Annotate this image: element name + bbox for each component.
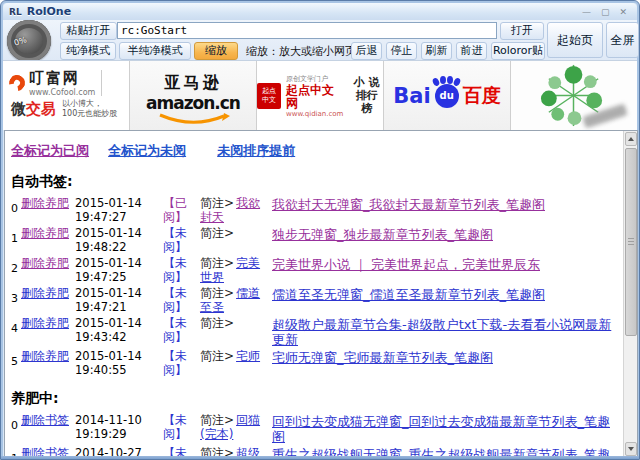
vertical-scrollbar[interactable] [623, 131, 637, 457]
delete-link[interactable]: 删除 [21, 196, 45, 210]
ad-baidu[interactable]: Bai du 百度 [384, 61, 511, 130]
row-date: 2015-01-14 [75, 226, 163, 240]
close-button[interactable]: ✕ [619, 7, 627, 17]
row-date: 2015-01-14 [75, 256, 163, 270]
row-time: 19:47:27 [75, 210, 163, 224]
row-index: 1 [11, 226, 21, 254]
main-link[interactable]: 宅师无弹窗_宅师最新章节列表_笔趣阁 [272, 350, 493, 365]
section-title: 养肥中: [11, 390, 623, 408]
note-label: 简注> [200, 256, 234, 270]
amazon-cn-name: 亚马逊 [130, 73, 256, 94]
delete-link[interactable]: 删除 [21, 413, 45, 427]
cofool-product-prefix: 微 [11, 100, 26, 118]
address-input[interactable] [117, 22, 497, 39]
note-label: 简注> [200, 196, 234, 210]
note-title-link[interactable]: 宅师 [236, 349, 260, 363]
zoom-button[interactable]: 缩放 [194, 42, 238, 60]
tieba-button[interactable]: Roloror贴吧 [491, 42, 545, 60]
progress-knob-label: 0% [13, 35, 28, 47]
row-index: 4 [11, 316, 21, 347]
mark-all-read-link[interactable]: 全标记为已阅 [11, 143, 89, 158]
titlebar[interactable]: RL RolOne — ▢ ✕ [3, 3, 637, 20]
row-time: 19:19:29 [75, 427, 163, 441]
mark-all-unread-link[interactable]: 全标记为未阅 [108, 143, 186, 158]
fullscreen-button[interactable]: 全屏 [606, 22, 639, 58]
main-link[interactable]: 儒道至圣无弹窗_儒道至圣最新章节列表_笔趣阁 [272, 287, 545, 302]
row-datetime: 2015-01-14 19:43:42 [75, 316, 163, 347]
ad-amazon[interactable]: 亚马逊 amazon.cn [130, 61, 257, 130]
keep-link[interactable]: 养肥 [45, 286, 69, 300]
stop-button[interactable]: 停止 [386, 42, 417, 60]
paste-open-button[interactable]: 粘贴打开 [60, 22, 117, 40]
maximize-button[interactable]: ▢ [601, 7, 610, 17]
cofool-site-name: 叮富网 [29, 69, 95, 88]
progress-knob[interactable]: 0% [7, 20, 51, 62]
row-time: 19:47:25 [75, 270, 163, 284]
read-status: 【未阅】 [163, 349, 193, 377]
ad-green-logo[interactable] [511, 61, 637, 130]
cofool-logo-icon [6, 72, 28, 94]
back-button[interactable]: 后退 [351, 42, 382, 60]
forward-button[interactable]: 前进 [456, 42, 487, 60]
bookmark-page: 全标记为已阅 全标记为未阅 未阅排序提前 自动书签: 0 删除 养肥 2015-… [4, 130, 638, 458]
minimize-button[interactable]: — [582, 7, 591, 17]
main-link[interactable]: 回到过去变成猫无弹窗_回到过去变成猫最新章节列表_笔趣阁 [272, 414, 610, 444]
row-datetime: 2015-01-14 19:48:22 [75, 226, 163, 254]
keep-link[interactable]: 书签 [45, 413, 69, 427]
delete-link[interactable]: 删除 [21, 226, 45, 240]
arrow-down-icon [628, 447, 634, 451]
row-datetime: 2015-01-14 19:47:27 [75, 196, 163, 224]
bookmark-scrollpane: 全标记为已阅 全标记为未阅 未阅排序提前 自动书签: 0 删除 养肥 2015-… [5, 131, 623, 457]
qidian-right-top: 小 说 [350, 76, 383, 89]
delete-link[interactable]: 删除 [21, 316, 45, 330]
app-icon: RL [9, 7, 22, 17]
keep-link[interactable]: 养肥 [45, 316, 69, 330]
banner-strip: 叮富网 www.Cofool.com 微交易 以小博大， 100元也能炒股 亚马… [3, 60, 637, 130]
main-link[interactable]: 完美世界小说 ｜ 完美世界起点，完美世界辰东 [272, 257, 540, 272]
scroll-up-button[interactable] [625, 132, 637, 146]
ad-qidian[interactable]: 起点 中文 原创文学门户 起点中文网 www.qidian.com 小 说 排行… [257, 61, 384, 130]
read-status: 【未阅】 [163, 226, 193, 254]
note-label: 简注> [200, 413, 234, 427]
open-button[interactable]: 打开 [500, 22, 544, 40]
arrow-up-icon [628, 137, 634, 141]
semi-pure-mode-button[interactable]: 半纯净模式 [119, 42, 191, 60]
bookmark-section: 养肥中: 0 删除 书签 2014-11-10 19:19:29 【未阅】 简注… [11, 390, 623, 458]
keep-link[interactable]: 养肥 [45, 349, 69, 363]
scroll-down-button[interactable] [625, 442, 637, 456]
main-link[interactable]: 我欲封天无弹窗_我欲封天最新章节列表_笔趣阁 [272, 197, 545, 212]
green-dots-logo-icon [511, 61, 637, 130]
qidian-url: www.qidian.com [286, 110, 345, 118]
delete-link[interactable]: 删除 [21, 286, 45, 300]
row-time: 19:47:21 [75, 300, 163, 314]
note-label: 简注> [200, 316, 234, 330]
main-link[interactable]: 超级散户最新章节合集-超级散户txt下载-去看看小说网最新更新 [272, 317, 611, 347]
ad-cofool[interactable]: 叮富网 www.Cofool.com 微交易 以小博大， 100元也能炒股 [3, 61, 130, 130]
row-index: 3 [11, 286, 21, 314]
pure-mode-button[interactable]: 纯净模式 [60, 42, 116, 60]
divider [101, 70, 102, 96]
row-index: 0 [11, 196, 21, 224]
baidu-name: 百度 [463, 83, 501, 109]
row-date: 2015-01-14 [75, 316, 163, 330]
table-row: 4 删除 养肥 2015-01-14 19:43:42 【未阅】 简注> 超级散… [11, 316, 623, 347]
section-rows: 0 删除 书签 2014-11-10 19:19:29 【未阅】 简注>回猫(完… [11, 413, 623, 458]
keep-link[interactable]: 养肥 [45, 256, 69, 270]
bookmark-section: 自动书签: 0 删除 养肥 2015-01-14 19:47:27 【已阅】 简… [11, 173, 623, 377]
row-index: 5 [11, 349, 21, 377]
read-status: 【已阅】 [163, 196, 193, 224]
main-link[interactable]: 独步无弹窗_独步最新章节列表_笔趣阁 [272, 227, 493, 242]
row-datetime: 2014-11-10 19:19:29 [75, 413, 163, 444]
toolbar: 0% 粘贴打开 打开 起始页 全屏 纯净模式 半纯净模式 缩放 缩放：放大或缩小… [3, 20, 637, 60]
cofool-product: 交易 [26, 100, 56, 118]
unread-sort-first-link[interactable]: 未阅排序提前 [217, 143, 295, 158]
scrollbar-thumb[interactable] [625, 148, 637, 336]
keep-link[interactable]: 养肥 [45, 196, 69, 210]
delete-link[interactable]: 删除 [21, 349, 45, 363]
home-button[interactable]: 起始页 [547, 22, 603, 58]
refresh-button[interactable]: 刷新 [421, 42, 452, 60]
delete-link[interactable]: 删除 [21, 256, 45, 270]
note-label: 简注> [200, 226, 234, 240]
scrollbar-grip-icon [628, 238, 634, 245]
keep-link[interactable]: 养肥 [45, 226, 69, 240]
